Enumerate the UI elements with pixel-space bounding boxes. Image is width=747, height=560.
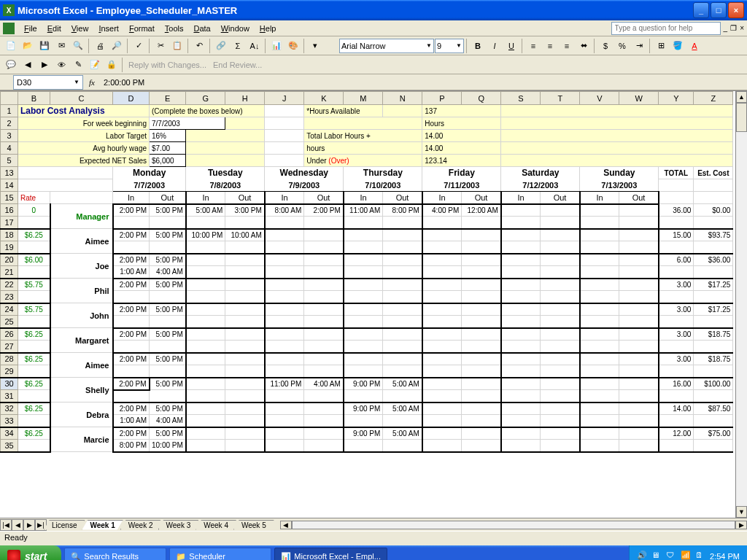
row-header[interactable]: 34 [1, 427, 18, 440]
cell[interactable] [462, 229, 501, 241]
cell[interactable] [422, 402, 462, 415]
row-header[interactable]: 26 [1, 328, 18, 341]
cell[interactable]: 0 [18, 204, 50, 217]
cell[interactable]: 5:00 PM [150, 204, 186, 217]
cell[interactable]: Saturday [501, 167, 580, 179]
menu-window[interactable]: Window [216, 23, 255, 34]
tab-nav[interactable]: |◀◀▶▶| [0, 519, 47, 531]
cell[interactable] [186, 328, 225, 341]
cell[interactable] [694, 192, 733, 204]
cell[interactable] [462, 328, 501, 341]
menu-format[interactable]: Format [124, 23, 160, 34]
cell[interactable] [619, 365, 659, 378]
cell[interactable] [113, 316, 150, 328]
cell[interactable]: $5.75 [18, 279, 50, 291]
cell[interactable] [304, 402, 344, 415]
cell[interactable] [113, 341, 150, 353]
cell[interactable] [422, 390, 462, 402]
cell[interactable] [265, 341, 304, 353]
cell[interactable]: 7/8/2003 [186, 179, 265, 192]
cell[interactable] [580, 341, 619, 353]
cell[interactable] [225, 254, 265, 266]
cell[interactable] [304, 279, 344, 291]
cell[interactable]: 6.00 [659, 254, 694, 266]
cell[interactable] [113, 390, 150, 402]
cell[interactable] [659, 217, 694, 229]
cell[interactable] [580, 328, 619, 341]
cell[interactable]: 14.00 [422, 130, 501, 142]
cell[interactable] [422, 266, 462, 279]
cell[interactable]: 5:00 PM [150, 402, 186, 415]
cell[interactable] [501, 402, 541, 415]
cell[interactable] [541, 291, 580, 303]
cell[interactable] [501, 427, 541, 440]
cell[interactable]: 10:00 PM [186, 229, 225, 241]
cell[interactable] [619, 279, 659, 291]
cell[interactable] [501, 254, 541, 266]
cell[interactable]: 3:00 PM [225, 204, 265, 217]
cell[interactable] [113, 241, 150, 254]
sheet-tab[interactable]: Week 2 [120, 520, 161, 530]
cell[interactable]: For week beginning [18, 117, 150, 130]
cell[interactable] [304, 254, 344, 266]
cell[interactable]: 5:00 PM [150, 229, 186, 241]
row-header[interactable]: 22 [1, 279, 18, 291]
cell[interactable] [265, 217, 304, 229]
cell[interactable] [383, 279, 422, 291]
row-header[interactable]: 25 [1, 316, 18, 328]
cell[interactable] [501, 229, 541, 241]
cell[interactable] [186, 402, 225, 415]
align-center-icon[interactable]: ≡ [542, 38, 558, 54]
cell[interactable]: 15.00 [659, 229, 694, 241]
row-header[interactable]: 17 [1, 217, 18, 229]
cell[interactable] [265, 241, 304, 254]
fontsize-combo[interactable]: 9▼ [435, 39, 464, 53]
cell[interactable] [186, 266, 225, 279]
cell[interactable] [265, 402, 304, 415]
cell[interactable] [304, 291, 344, 303]
cell[interactable] [580, 217, 619, 229]
borders-icon[interactable]: ⊞ [653, 38, 669, 54]
cell[interactable]: 4:00 PM [422, 204, 462, 217]
cell[interactable] [422, 303, 462, 316]
row-header[interactable]: 19 [1, 241, 18, 254]
align-right-icon[interactable]: ≡ [559, 38, 575, 54]
cell[interactable] [304, 365, 344, 378]
tray-icon[interactable]: 📶 [681, 551, 692, 560]
cell[interactable] [580, 427, 619, 440]
cell[interactable]: $6.25 [18, 402, 50, 415]
cell[interactable] [304, 415, 344, 427]
cell[interactable]: John [50, 303, 113, 328]
currency-icon[interactable]: $ [597, 38, 614, 54]
cell[interactable] [619, 390, 659, 402]
cell[interactable] [659, 365, 694, 378]
cell[interactable] [265, 266, 304, 279]
system-tray[interactable]: 🔊 🖥 🛡 📶 🗓 2:54 PM [629, 545, 747, 560]
cell[interactable] [186, 378, 225, 390]
cell[interactable]: 2:00 PM [113, 254, 150, 266]
horizontal-scrollbar[interactable]: ◀▶ [280, 521, 747, 529]
cell[interactable] [501, 105, 733, 117]
cell[interactable] [18, 365, 50, 378]
cell[interactable] [694, 217, 733, 229]
cell[interactable] [619, 204, 659, 217]
cell[interactable] [659, 179, 694, 192]
cell[interactable]: Out [304, 192, 344, 204]
col-header[interactable]: E [150, 92, 186, 105]
cell[interactable] [462, 415, 501, 427]
row-header[interactable]: 21 [1, 266, 18, 279]
sheet-tab[interactable]: Week 3 [158, 520, 199, 530]
cell[interactable] [265, 316, 304, 328]
col-header[interactable]: P [422, 92, 462, 105]
cell[interactable] [344, 254, 383, 266]
cell[interactable] [344, 316, 383, 328]
cell[interactable] [501, 303, 541, 316]
protect-icon[interactable]: 🔒 [104, 57, 120, 73]
cell[interactable] [659, 341, 694, 353]
cell[interactable] [344, 353, 383, 365]
col-header[interactable]: V [580, 92, 619, 105]
row-header[interactable]: 20 [1, 254, 18, 266]
cell[interactable] [186, 415, 225, 427]
spelling-icon[interactable]: ✓ [131, 38, 147, 54]
cell[interactable] [541, 427, 580, 440]
